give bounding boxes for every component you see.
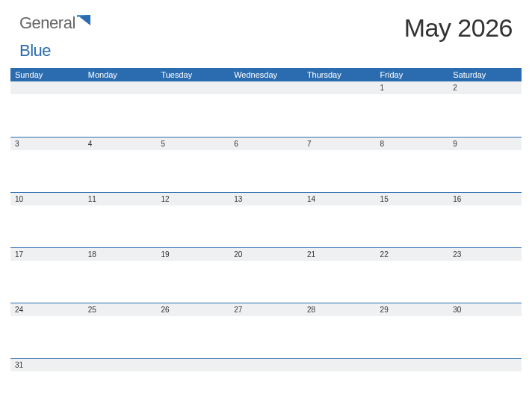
day-body — [229, 150, 303, 193]
day-number — [84, 81, 157, 94]
day-cell: 5 — [156, 137, 229, 192]
calendar-grid: Sunday Monday Tuesday Wednesday Thursday… — [10, 68, 522, 411]
day-cell: 14 — [303, 192, 376, 247]
day-cell: 9 — [448, 137, 522, 192]
day-number: 11 — [84, 193, 157, 206]
day-body — [303, 150, 376, 193]
day-body — [448, 150, 522, 193]
day-cell: 1 — [376, 81, 449, 137]
logo-triangle-icon — [77, 10, 90, 30]
day-number: 2 — [448, 81, 522, 94]
day-cell: 24 — [10, 303, 84, 358]
day-number: 27 — [229, 303, 303, 316]
day-body — [376, 150, 449, 193]
day-number: 20 — [229, 248, 303, 261]
day-cell: 8 — [376, 137, 449, 192]
day-header-monday: Monday — [84, 68, 157, 81]
day-body — [10, 316, 84, 359]
day-cell: 22 — [376, 247, 449, 303]
day-body — [229, 371, 303, 411]
day-cell — [156, 358, 229, 411]
day-body — [10, 371, 84, 411]
day-cell: 12 — [156, 192, 229, 247]
day-number: 24 — [10, 303, 84, 316]
day-cell — [156, 81, 229, 137]
day-number: 28 — [303, 303, 376, 316]
day-number: 21 — [303, 248, 376, 261]
day-body — [10, 94, 84, 137]
day-body — [229, 206, 303, 248]
day-body — [303, 206, 376, 248]
day-number: 18 — [84, 248, 157, 261]
day-cell: 6 — [229, 137, 303, 192]
day-number: 13 — [229, 193, 303, 206]
day-cell: 17 — [10, 247, 84, 303]
day-body — [303, 371, 376, 411]
day-body — [10, 150, 84, 193]
day-cell: 2 — [448, 81, 522, 137]
day-body — [448, 371, 522, 411]
day-cell: 13 — [229, 192, 303, 247]
day-cell — [84, 81, 157, 137]
logo-text-general: General — [19, 13, 75, 33]
logo: General — [19, 13, 90, 33]
day-cell: 27 — [229, 303, 303, 358]
day-body — [376, 206, 449, 248]
day-number — [376, 359, 449, 371]
day-body — [376, 371, 449, 411]
day-cell: 21 — [303, 247, 376, 303]
day-body — [84, 261, 157, 303]
day-header-friday: Friday — [376, 68, 449, 81]
day-number: 4 — [84, 137, 157, 150]
day-body — [376, 94, 449, 137]
day-body — [84, 371, 157, 411]
day-number: 15 — [376, 193, 449, 206]
day-number — [448, 359, 522, 371]
day-number: 3 — [10, 137, 84, 150]
day-cell — [448, 358, 522, 411]
day-cell: 16 — [448, 192, 522, 247]
day-body — [156, 150, 229, 193]
day-number: 1 — [376, 81, 449, 94]
day-cell: 30 — [448, 303, 522, 358]
day-body — [229, 261, 303, 303]
day-body — [303, 316, 376, 359]
day-number: 7 — [303, 137, 376, 150]
day-body — [84, 94, 157, 137]
day-body — [84, 316, 157, 359]
day-body — [448, 261, 522, 303]
day-cell — [229, 81, 303, 137]
day-number: 9 — [448, 137, 522, 150]
day-cell — [376, 358, 449, 411]
week-row: 17181920212223 — [10, 247, 522, 303]
day-number — [84, 359, 157, 371]
day-body — [303, 94, 376, 137]
day-cell: 18 — [84, 247, 157, 303]
day-cell: 10 — [10, 192, 84, 247]
week-row: 3456789 — [10, 137, 522, 192]
day-cell: 26 — [156, 303, 229, 358]
week-row: 24252627282930 — [10, 303, 522, 358]
day-body — [376, 316, 449, 359]
day-number: 31 — [10, 359, 84, 371]
day-body — [156, 316, 229, 359]
day-body — [156, 94, 229, 137]
logo-text-blue: Blue — [19, 41, 51, 60]
day-number — [156, 81, 229, 94]
day-number — [156, 359, 229, 371]
day-cell: 31 — [10, 358, 84, 411]
week-row: 12 — [10, 81, 522, 137]
day-number: 25 — [84, 303, 157, 316]
day-body — [448, 316, 522, 359]
day-number: 17 — [10, 248, 84, 261]
day-body — [156, 371, 229, 411]
day-number: 6 — [229, 137, 303, 150]
calendar-title: May 2026 — [404, 13, 513, 43]
day-cell — [303, 358, 376, 411]
day-number — [10, 81, 84, 94]
day-cell: 11 — [84, 192, 157, 247]
day-cell: 20 — [229, 247, 303, 303]
day-number: 26 — [156, 303, 229, 316]
day-number: 8 — [376, 137, 449, 150]
week-row: 10111213141516 — [10, 192, 522, 247]
